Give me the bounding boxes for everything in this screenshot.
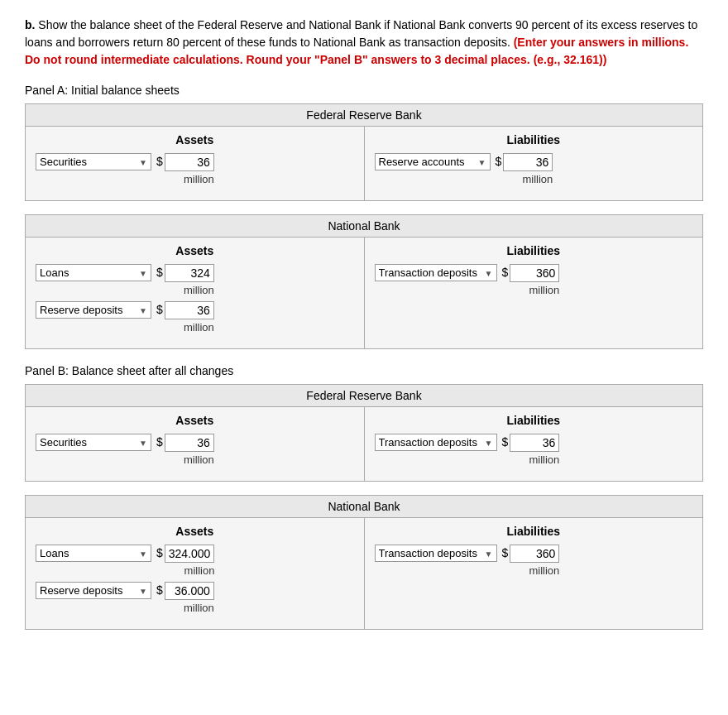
panel-a-fed-liability-value-0[interactable]: 36 [503,153,553,171]
panel-b-fed-assets-side: Assets Securities ▼ $ 36 million [26,407,364,481]
intro-prefix: b. [25,18,35,31]
panel-a-fed-liabilities-header: Liabilities [375,133,693,146]
million-label: million [522,173,553,185]
panel-a-nb-asset-value-1[interactable]: 36 [165,301,214,319]
panel-a-fed-asset-select-0[interactable]: Securities ▼ [36,153,151,170]
panel-b-nb-asset-value-1[interactable]: 36.000 [165,582,214,600]
chevron-down-icon: ▼ [139,157,147,166]
chevron-down-icon: ▼ [139,438,147,447]
chevron-down-icon: ▼ [139,268,147,277]
panel-a-fed-liability-dropdown-0[interactable]: Reserve accounts [379,156,481,168]
chevron-down-icon: ▼ [139,549,147,558]
panel-b-nb-liability-value-0[interactable]: 360 [510,545,559,563]
panel-b-label: Panel B: Balance sheet after all changes [25,364,703,377]
panel-a-nb-liabilities-side: Liabilities Transaction deposits ▼ $ 360… [364,238,703,348]
panel-b-nb-asset-select-0[interactable]: Loans ▼ [36,545,151,562]
panel-b-fed-asset-dropdown-0[interactable]: Securities [40,436,139,449]
panel-a-nb-asset-amount-0: $ 324 million [156,264,214,296]
panel-b-fed-liability-row-0: Transaction deposits ▼ $ 36 million [375,434,693,466]
panel-b-national-bank-table: National Bank Assets Loans ▼ $ 324.000 m… [25,495,703,630]
panel-b-fed-asset-select-0[interactable]: Securities ▼ [36,434,151,451]
panel-a-nb-assets-side: Assets Loans ▼ $ 324 million [26,238,364,348]
chevron-down-icon: ▼ [139,305,147,314]
panel-b-nb-asset-row-1: Reserve deposits ▼ $ 36.000 million [36,582,354,614]
panel-b-nb-liabilities-side: Liabilities Transaction deposits ▼ $ 360… [364,518,703,629]
panel-a-nb-liability-select-0[interactable]: Transaction deposits ▼ [375,264,497,281]
panel-a-nb-asset-select-0[interactable]: Loans ▼ [36,264,151,281]
million-label: million [529,453,559,466]
panel-b-nb-liabilities-header: Liabilities [375,525,693,538]
panel-a-fed-liability-row-0: Reserve accounts ▼ $ 36 million [375,153,693,185]
million-label: million [184,453,214,466]
panel-b-fed-asset-value-0[interactable]: 36 [165,434,214,452]
million-label: million [529,284,559,296]
dollar-sign: $ [156,583,163,597]
panel-b-nb-liability-dropdown-0[interactable]: Transaction deposits [379,547,493,559]
dollar-sign: $ [156,266,163,279]
dollar-sign: $ [156,303,163,316]
panel-b-nb-asset-row-0: Loans ▼ $ 324.000 million [36,545,354,577]
panel-b-fed-liability-select-0[interactable]: Transaction deposits ▼ [375,434,497,451]
dollar-sign: $ [156,546,163,559]
panel-a-nb-asset-row-0: Loans ▼ $ 324 million [36,264,354,296]
dollar-sign: $ [156,155,163,168]
panel-a-fed-asset-row-0: Securities ▼ $ 36 million [36,153,354,185]
panel-b-nb-asset-dropdown-0[interactable]: Loans [40,547,139,559]
panel-b-federal-reserve-table: Federal Reserve Bank Assets Securities ▼… [25,384,703,482]
panel-b-fed-liabilities-header: Liabilities [375,414,693,427]
panel-a-fed-assets-side: Assets Securities ▼ $ 36 million [26,127,364,200]
million-label: million [184,602,214,614]
dollar-sign: $ [502,435,509,449]
panel-a-fed-liability-amount-0: $ 36 million [496,153,553,185]
panel-a-nb-asset-select-1[interactable]: Reserve deposits ▼ [36,301,151,319]
panel-a-nb-asset-dropdown-0[interactable]: Loans [40,266,139,279]
panel-a-nb-asset-row-1: Reserve deposits ▼ $ 36 million [36,301,354,334]
panel-b-nb-liability-row-0: Transaction deposits ▼ $ 360 million [375,545,693,577]
panel-b-nb-liability-select-0[interactable]: Transaction deposits ▼ [375,545,497,562]
panel-a-fed-assets-header: Assets [36,133,354,146]
panel-a-nb-asset-value-0[interactable]: 324 [165,264,214,282]
panel-a-fed-asset-dropdown-0[interactable]: Securities [40,156,139,168]
panel-a-nb-liability-value-0[interactable]: 360 [510,264,559,282]
million-label: million [184,321,214,334]
panel-a-nb-liability-amount-0: $ 360 million [502,264,560,296]
dollar-sign: $ [156,435,163,449]
panel-a-nb-asset-dropdown-1[interactable]: Reserve deposits [40,304,139,316]
panel-b-fed-assets-header: Assets [36,414,354,427]
panel-a-fed-asset-value-0[interactable]: 36 [165,153,214,171]
panel-b-fed-liability-value-0[interactable]: 36 [510,434,559,452]
panel-b-nb-assets-header: Assets [36,525,354,538]
intro-text: b. Show the balance sheet of the Federal… [25,17,703,69]
panel-a-nb-liability-dropdown-0[interactable]: Transaction deposits [379,266,493,279]
panel-a-label: Panel A: Initial balance sheets [25,84,703,97]
dollar-sign: $ [502,546,509,559]
million-label: million [184,173,214,185]
million-label: million [184,564,215,577]
panel-b-nb-asset-value-0[interactable]: 324.000 [165,545,215,563]
panel-b-nb-asset-dropdown-1[interactable]: Reserve deposits [40,584,139,597]
dollar-sign: $ [502,266,509,279]
panel-a-nb-asset-amount-1: $ 36 million [156,301,214,334]
panel-a-fed-asset-amount-0: $ 36 million [156,153,214,185]
panel-a-nb-assets-header: Assets [36,244,354,257]
panel-b-nb-asset-select-1[interactable]: Reserve deposits ▼ [36,582,151,599]
panel-b-national-bank-title: National Bank [26,496,702,518]
panel-a-nb-liability-row-0: Transaction deposits ▼ $ 360 million [375,264,693,296]
panel-a-fed-liability-select-0[interactable]: Reserve accounts ▼ [375,153,491,170]
million-label: million [529,564,559,577]
panel-a-national-bank-table: National Bank Assets Loans ▼ $ 324 milli… [25,214,703,349]
panel-a-federal-reserve-title: Federal Reserve Bank [26,104,702,127]
panel-b-nb-liability-amount-0: $ 360 million [502,545,560,577]
panel-a-nb-liabilities-header: Liabilities [375,244,693,257]
panel-b-nb-asset-amount-0: $ 324.000 million [156,545,214,577]
panel-a-federal-reserve-table: Federal Reserve Bank Assets Securities ▼… [25,103,703,201]
panel-b-fed-liability-dropdown-0[interactable]: Transaction deposits [379,436,493,449]
panel-a-national-bank-title: National Bank [26,215,702,238]
panel-b-fed-asset-row-0: Securities ▼ $ 36 million [36,434,354,466]
panel-a-fed-liabilities-side: Liabilities Reserve accounts ▼ $ 36 mill… [364,127,703,200]
panel-b-federal-reserve-title: Federal Reserve Bank [26,385,702,407]
million-label: million [184,284,214,296]
panel-b-fed-liability-amount-0: $ 36 million [502,434,560,466]
panel-b-nb-asset-amount-1: $ 36.000 million [156,582,214,614]
dollar-sign: $ [496,155,502,168]
